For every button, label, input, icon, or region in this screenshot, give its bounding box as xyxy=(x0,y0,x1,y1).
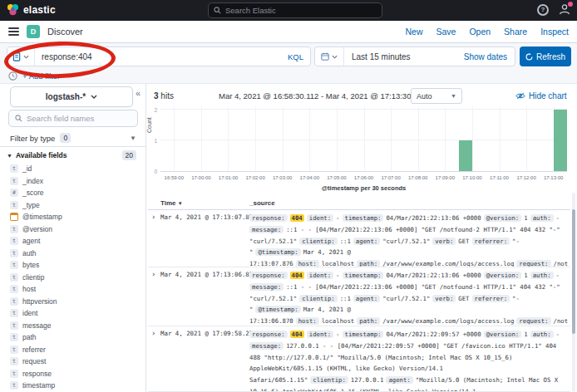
time-column-header[interactable]: Time ▼ xyxy=(160,199,183,207)
field-value: - xyxy=(336,331,339,338)
interval-value: Auto xyxy=(417,92,451,100)
y-tick-label: 0 xyxy=(145,169,157,174)
field-value: 1 xyxy=(524,331,527,338)
field-item-@version[interactable]: t@version xyxy=(0,223,146,236)
refresh-button[interactable]: Refresh xyxy=(520,47,571,66)
field-value: localhost xyxy=(322,260,355,267)
calendar-menu[interactable] xyxy=(315,47,344,66)
field-item-_index[interactable]: t_index xyxy=(0,175,146,188)
top-menu-new[interactable]: New xyxy=(405,27,422,37)
field-key: timestamp: xyxy=(343,214,384,222)
expand-row-icon[interactable]: › xyxy=(151,270,155,278)
clock-icon[interactable] xyxy=(8,71,17,81)
field-key: agent: xyxy=(353,295,380,302)
field-value: 1 xyxy=(524,214,527,222)
doc-source: response:404ident:-timestamp:04/Mar/2021… xyxy=(249,329,569,392)
query-text[interactable]: response:404 xyxy=(35,52,288,61)
interval-select[interactable]: Auto ▼ xyxy=(411,88,462,104)
top-menu-open[interactable]: Open xyxy=(469,27,491,37)
field-key: agent: xyxy=(386,376,412,384)
field-item-timestamp[interactable]: ttimestamp xyxy=(0,380,146,392)
field-name: _index xyxy=(22,177,43,185)
field-item-ident[interactable]: tident xyxy=(0,307,146,320)
top-menu-save[interactable]: Save xyxy=(436,27,456,37)
filter-by-type[interactable]: Filter by type 0 ▼ xyxy=(0,130,146,147)
x-axis-label: @timestamp per 30 seconds xyxy=(160,184,567,192)
histogram-plot[interactable] xyxy=(160,106,567,172)
user-avatar[interactable] xyxy=(559,3,572,17)
field-key: response: xyxy=(249,272,288,279)
field-item-clientip[interactable]: tclientip xyxy=(0,272,146,284)
field-item-auth[interactable]: tauth xyxy=(0,247,146,260)
field-item-@timestamp[interactable]: @timestamp xyxy=(0,211,146,223)
x-tick-label: 17:05:00 xyxy=(327,175,346,180)
field-value: 127.0.0.1 xyxy=(351,376,384,384)
add-filter-button[interactable]: + Add filter xyxy=(22,71,60,81)
field-name: request xyxy=(22,357,46,365)
field-key: auth: xyxy=(530,214,554,222)
field-key: @version: xyxy=(484,214,522,222)
field-item-path[interactable]: tpath xyxy=(0,331,146,344)
scrollbar-thumb[interactable] xyxy=(572,209,575,334)
field-item-httpversion[interactable]: thttpversion xyxy=(0,296,146,308)
expand-row-icon[interactable]: › xyxy=(151,213,155,221)
field-search-input[interactable]: Search field names xyxy=(8,110,138,127)
field-key: auth: xyxy=(530,331,554,338)
field-type-icon: t xyxy=(10,177,18,185)
time-range-value[interactable]: Last 15 minutes xyxy=(344,52,464,61)
elastic-logo[interactable]: elastic xyxy=(7,3,56,16)
index-pattern-select[interactable]: logstash-* xyxy=(10,86,133,107)
field-item-_id[interactable]: t_id xyxy=(0,163,146,175)
menu-icon[interactable] xyxy=(8,27,19,37)
chart-time-range: Mar 4, 2021 @ 16:58:30.112 - Mar 4, 2021… xyxy=(219,91,426,100)
field-item-bytes[interactable]: tbytes xyxy=(0,259,146,272)
date-picker: Last 15 minutes Show dates xyxy=(314,47,515,66)
elastic-logo-icon xyxy=(7,3,19,16)
global-search-input[interactable]: Search Elastic xyxy=(208,2,382,18)
scrollbar[interactable] xyxy=(572,193,575,392)
field-type-icon: t xyxy=(10,273,18,282)
field-key: clientip: xyxy=(310,376,348,384)
field-item-_type[interactable]: t_type xyxy=(0,199,146,212)
brand-name: elastic xyxy=(23,4,56,16)
collapse-sidebar-icon[interactable]: « xyxy=(136,88,141,98)
hide-chart-button[interactable]: Hide chart xyxy=(515,91,567,100)
field-name: message xyxy=(22,321,52,330)
global-search-placeholder: Search Elastic xyxy=(225,6,276,15)
field-item-_score[interactable]: #_score xyxy=(0,187,146,199)
saved-query-menu[interactable] xyxy=(7,47,35,66)
field-key: @version: xyxy=(484,272,522,279)
help-icon[interactable]: ? xyxy=(537,4,549,16)
histogram-bar-17:13:00[interactable] xyxy=(554,110,567,171)
field-item-host[interactable]: thost xyxy=(0,283,146,296)
field-value: /var/www/example.com/logs/access.log xyxy=(382,317,514,325)
x-tick-label: 17:03:00 xyxy=(273,175,292,180)
field-key: verb: xyxy=(432,238,456,245)
histogram-bar-17:09:30[interactable] xyxy=(459,140,472,171)
field-name: response xyxy=(22,370,52,378)
top-menu-share[interactable]: Share xyxy=(504,27,527,37)
doc-table-header: Time ▼ _source xyxy=(148,198,570,210)
field-item-request[interactable]: trequest xyxy=(0,355,146,368)
field-name: timestamp xyxy=(22,381,55,390)
available-fields-header[interactable]: ▼ Available fields 20 xyxy=(0,149,146,161)
top-menu-inspect[interactable]: Inspect xyxy=(540,27,569,37)
field-item-message[interactable]: tmessage xyxy=(0,320,146,332)
field-item-referrer[interactable]: treferrer xyxy=(0,344,146,356)
show-dates-button[interactable]: Show dates xyxy=(464,52,515,61)
field-key: referrer: xyxy=(472,295,510,302)
field-value: - xyxy=(556,214,560,222)
field-name: @timestamp xyxy=(22,213,62,221)
field-item-response[interactable]: tresponse xyxy=(0,368,146,380)
query-input[interactable]: response:404 KQL xyxy=(7,47,311,66)
x-tick-label: 17:06:00 xyxy=(354,175,373,180)
v-gridline xyxy=(201,106,202,171)
field-item-agent[interactable]: tagent xyxy=(0,235,146,247)
hide-chart-label: Hide chart xyxy=(529,91,567,100)
field-key: @timestamp: xyxy=(255,306,300,313)
field-name: httpversion xyxy=(22,297,57,306)
expand-row-icon[interactable]: › xyxy=(151,329,155,337)
query-language-button[interactable]: KQL xyxy=(288,52,310,61)
field-key: host: xyxy=(296,260,319,267)
v-gridline xyxy=(472,106,473,171)
